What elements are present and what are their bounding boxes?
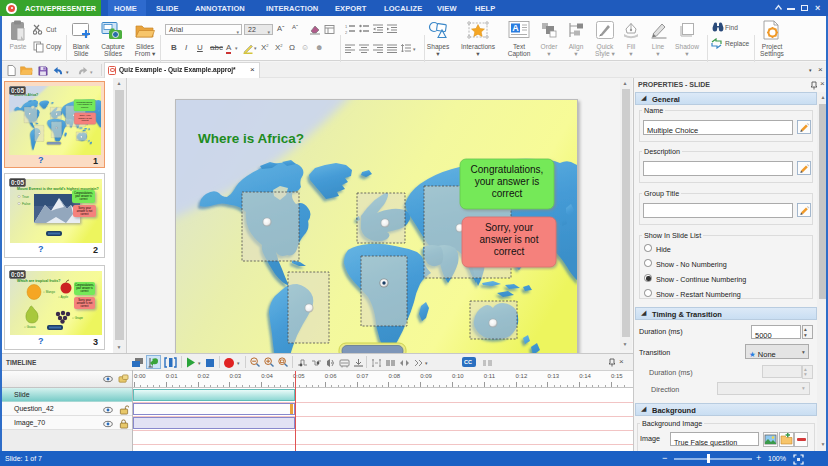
svg-text:A: A: [512, 23, 519, 33]
